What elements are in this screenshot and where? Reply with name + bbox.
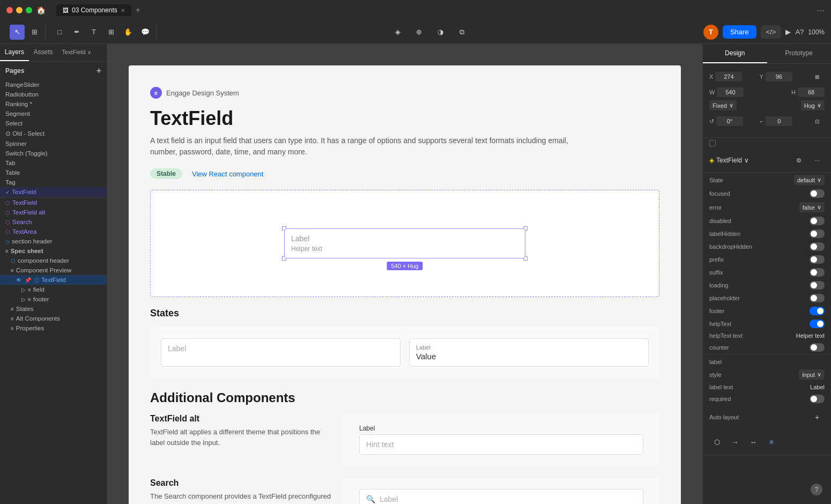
prefix-toggle[interactable] — [810, 255, 825, 264]
mirror-icon[interactable]: ⧉ — [455, 25, 470, 40]
layer-states[interactable]: ≡ States — [0, 304, 107, 314]
align-right-icon[interactable]: → — [728, 434, 743, 449]
more-options-icon[interactable]: ··· — [817, 5, 825, 16]
layer-textfield-alt[interactable]: ⬡ TextField alt — [0, 207, 107, 217]
hand-tool[interactable]: ✋ — [121, 25, 136, 40]
home-icon[interactable]: 🏠 — [36, 6, 46, 14]
component-tool[interactable]: ⊞ — [103, 25, 118, 40]
theme-icon[interactable]: ◑ — [433, 25, 448, 40]
tab-design[interactable]: Design — [703, 44, 767, 63]
share-icon[interactable]: ⊕ — [412, 25, 427, 40]
page-radiobutton[interactable]: Radiobutton — [0, 90, 107, 99]
layer-footer[interactable]: ▷ ≡ footer — [0, 294, 107, 304]
pages-header: Pages + — [0, 62, 107, 80]
share-button[interactable]: Share — [723, 25, 756, 39]
toolbar-center: ◈ ⊕ ◑ ⧉ — [160, 25, 700, 40]
canvas-scroll[interactable]: e Engage Design System TextField A text … — [107, 44, 702, 504]
page-spinner[interactable]: Spinner — [0, 139, 107, 149]
align-top-icon[interactable]: ≡ — [764, 434, 779, 449]
w-input[interactable] — [717, 87, 744, 97]
page-old-select[interactable]: ⊙ Old - Select — [0, 128, 107, 139]
tab-layers[interactable]: Layers — [0, 44, 29, 61]
layer-textfield[interactable]: ⬡ TextField — [0, 198, 107, 207]
add-page-button[interactable]: + — [97, 66, 101, 76]
layer-textfield-selected[interactable]: 👁 📌 ⬡ TextField — [0, 275, 107, 285]
add-tab-button[interactable]: + — [136, 5, 140, 15]
layer-field[interactable]: ▷ ≡ field — [0, 285, 107, 294]
y-input[interactable] — [766, 72, 792, 81]
window-controls[interactable] — [6, 7, 32, 13]
assets-icon[interactable]: ◈ — [390, 25, 405, 40]
layer-component-preview[interactable]: ≡ Component Preview — [0, 265, 107, 275]
pen-tool[interactable]: ✒ — [69, 25, 84, 40]
help-button[interactable]: ? — [811, 484, 822, 495]
active-tab[interactable]: 🖼 03 Components ✕ — [56, 4, 131, 16]
corner-input[interactable] — [766, 116, 792, 126]
constraint-w-dropdown[interactable]: Fixed ∨ — [709, 100, 737, 110]
comment-tool[interactable]: 💬 — [138, 25, 153, 40]
focused-toggle[interactable] — [810, 189, 825, 198]
helptext-toggle[interactable] — [810, 320, 825, 328]
tab-close-icon[interactable]: ✕ — [121, 8, 125, 13]
style-dropdown[interactable]: input ∨ — [799, 369, 825, 380]
x-input[interactable] — [715, 72, 742, 81]
search-field-input[interactable]: 🔍 Label — [359, 489, 643, 504]
page-select[interactable]: Select — [0, 118, 107, 128]
disabled-toggle[interactable] — [810, 217, 825, 225]
constraint-h-dropdown[interactable]: Hug ∨ — [801, 100, 825, 110]
tab-assets[interactable]: Assets — [29, 44, 58, 61]
shape-tool[interactable]: □ — [52, 25, 67, 40]
align-center-icon[interactable]: ↔ — [746, 434, 761, 449]
tab-prototype[interactable]: Prototype — [767, 44, 832, 63]
ai-button[interactable]: A? — [795, 28, 804, 36]
loading-toggle[interactable] — [810, 281, 825, 290]
select-tool[interactable]: ↖ — [10, 25, 25, 40]
page-textfield[interactable]: ✓ TextField — [0, 187, 107, 197]
page-table[interactable]: Table — [0, 168, 107, 177]
component-more-icon[interactable]: ··· — [810, 153, 825, 168]
code-button[interactable]: </> — [761, 25, 782, 39]
required-toggle[interactable] — [810, 395, 825, 403]
page-segment[interactable]: Segment — [0, 109, 107, 118]
counter-toggle[interactable] — [810, 343, 825, 352]
layer-properties[interactable]: ≡ Properties — [0, 323, 107, 333]
page-rangeslider[interactable]: RangeSlider — [0, 80, 107, 90]
state-field-empty[interactable]: Label — [161, 338, 400, 367]
rotation-input[interactable] — [716, 116, 743, 126]
layer-spec-sheet[interactable]: ≡ Spec sheet — [0, 246, 107, 256]
state-dropdown[interactable]: default ∨ — [794, 175, 825, 185]
layer-component-header[interactable]: ⬡ component header — [0, 256, 107, 265]
frame-tool[interactable]: ⊞ — [27, 25, 42, 40]
maximize-button[interactable] — [26, 7, 32, 13]
layer-search[interactable]: ⬡ Search — [0, 217, 107, 227]
layer-section-header[interactable]: ◇ section header — [0, 236, 107, 246]
page-tag[interactable]: Tag — [0, 177, 107, 187]
backdrophidden-toggle[interactable] — [810, 242, 825, 251]
text-tool[interactable]: T — [86, 25, 101, 40]
h-input[interactable] — [798, 87, 825, 97]
clip-content-checkbox[interactable] — [709, 140, 716, 146]
react-link[interactable]: View React component — [192, 170, 263, 178]
suffix-toggle[interactable] — [810, 268, 825, 277]
layer-textarea[interactable]: ⬡ TextArea — [0, 227, 107, 236]
close-button[interactable] — [6, 7, 13, 13]
page-switch[interactable]: Switch (Toggle) — [0, 149, 107, 158]
minimize-button[interactable] — [16, 7, 23, 13]
align-left-icon[interactable]: ⬡ — [709, 434, 724, 449]
state-field-value[interactable]: Label Value — [409, 338, 649, 367]
layer-alt-components[interactable]: ≡ Alt Components — [0, 314, 107, 323]
zoom-level[interactable]: 100% — [808, 28, 825, 36]
auto-layout-add-icon[interactable]: + — [810, 410, 825, 425]
play-button[interactable]: ▶ — [785, 28, 791, 36]
page-tab[interactable]: Tab — [0, 158, 107, 168]
position-settings-icon[interactable]: ⊠ — [810, 69, 825, 84]
footer-toggle[interactable] — [810, 307, 825, 315]
error-dropdown[interactable]: false ∨ — [799, 202, 825, 212]
placeholder-toggle[interactable] — [810, 294, 825, 302]
aspect-ratio-icon[interactable]: ⊡ — [810, 114, 825, 129]
user-avatar[interactable]: T — [703, 25, 718, 40]
alt-field-input[interactable]: Hint text — [359, 434, 643, 455]
component-settings-icon[interactable]: ⚙ — [791, 153, 806, 168]
page-ranking[interactable]: Ranking * — [0, 99, 107, 109]
labelhidden-toggle[interactable] — [810, 229, 825, 238]
